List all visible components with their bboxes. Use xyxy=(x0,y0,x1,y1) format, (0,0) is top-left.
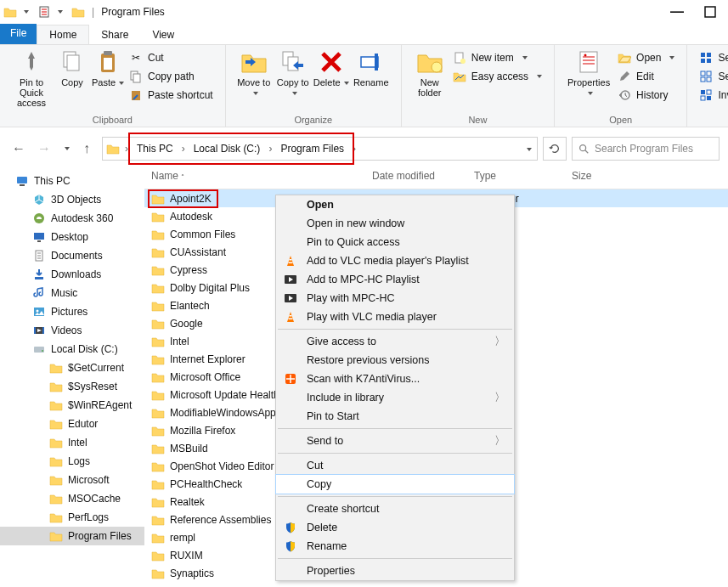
column-headers[interactable]: Name ˄ Date modified Type Size xyxy=(144,163,728,189)
properties-icon[interactable] xyxy=(37,5,51,19)
select-all-button[interactable]: Select all xyxy=(696,48,728,67)
menu-item[interactable]: Cut xyxy=(276,456,514,475)
recent-locations-button[interactable] xyxy=(59,138,71,159)
menu-item[interactable]: Play with VLC media player xyxy=(276,308,514,326)
nav-item[interactable]: $GetCurrent xyxy=(0,358,144,377)
menu-item[interactable]: Give access to〉 xyxy=(276,332,514,351)
menu-item[interactable]: Scan with K7AntiVirus... xyxy=(276,370,514,388)
nav-item[interactable]: Program Files xyxy=(0,527,144,545)
nav-item[interactable]: 3D Objects xyxy=(0,190,144,209)
menu-item[interactable]: Rename xyxy=(276,537,514,556)
paste-button[interactable]: Paste xyxy=(90,48,126,87)
nav-item[interactable]: PerfLogs xyxy=(0,508,144,527)
nav-item[interactable]: Desktop xyxy=(0,228,144,246)
nav-item[interactable]: Autodesk 360 xyxy=(0,209,144,228)
menu-item[interactable]: Include in library〉 xyxy=(276,388,514,407)
context-menu[interactable]: OpenOpen in new windowPin to Quick acces… xyxy=(275,195,515,581)
address-dropdown[interactable] xyxy=(523,143,533,155)
back-button[interactable]: ← xyxy=(8,138,29,159)
easy-access-button[interactable]: Easy access xyxy=(449,67,545,86)
menu-item-icon xyxy=(283,563,298,579)
cut-button[interactable]: ✂Cut xyxy=(126,48,217,67)
paste-shortcut-button[interactable]: Paste shortcut xyxy=(126,86,217,104)
new-folder-button[interactable]: New folder xyxy=(410,48,449,98)
file-name: Dolby Digital Plus xyxy=(170,282,250,294)
menu-item[interactable]: Add to MPC-HC Playlist xyxy=(276,270,514,289)
menu-item[interactable]: Properties xyxy=(276,562,514,580)
nav-item[interactable]: $SysReset xyxy=(0,377,144,396)
qat-dropdown[interactable] xyxy=(54,5,68,19)
menu-item[interactable]: Send to〉 xyxy=(276,432,514,450)
nav-item[interactable]: Videos xyxy=(0,321,144,340)
new-item-button[interactable]: New item xyxy=(449,48,545,67)
column-date[interactable]: Date modified xyxy=(365,170,467,182)
nav-item[interactable]: Downloads xyxy=(0,265,144,284)
chevron-right-icon: 〉 xyxy=(494,335,505,349)
nav-item[interactable]: Logs xyxy=(0,452,144,471)
move-to-button[interactable]: Move to xyxy=(234,48,274,98)
nav-item[interactable]: Intel xyxy=(0,433,144,452)
delete-button[interactable]: Delete xyxy=(313,48,350,87)
menu-separator xyxy=(278,558,512,559)
open-button[interactable]: Open xyxy=(614,48,678,67)
copy-path-button[interactable]: Copy path xyxy=(126,67,217,86)
svg-rect-41 xyxy=(34,233,44,240)
address-bar[interactable]: › This PC › Local Disk (C:) › Program Fi… xyxy=(102,137,538,161)
history-button[interactable]: History xyxy=(614,86,678,104)
file-name: Mozilla Firefox xyxy=(170,425,235,437)
nav-item[interactable]: This PC xyxy=(0,172,144,190)
pin-to-quick-access-button[interactable]: Pin to Quick access xyxy=(8,48,54,108)
nav-item[interactable]: Microsoft xyxy=(0,471,144,489)
menu-item[interactable]: Open xyxy=(276,195,514,214)
menu-item-icon xyxy=(283,216,298,231)
up-button[interactable]: ↑ xyxy=(76,138,97,159)
edit-icon xyxy=(618,70,631,83)
copy-button[interactable]: Copy xyxy=(54,48,90,87)
select-none-button[interactable]: Select none xyxy=(696,67,728,86)
nav-item[interactable]: Pictures xyxy=(0,302,144,321)
menu-item[interactable]: Open in new window xyxy=(276,214,514,233)
k7-icon xyxy=(283,371,298,387)
nav-item[interactable]: MSOCache xyxy=(0,489,144,508)
menu-item[interactable]: Restore previous versions xyxy=(276,351,514,370)
rename-button[interactable]: Rename xyxy=(350,48,392,87)
nav-tree[interactable]: This PC3D ObjectsAutodesk 360DesktopDocu… xyxy=(0,163,144,587)
tab-share[interactable]: Share xyxy=(89,25,140,44)
minimize-button[interactable]: — xyxy=(670,4,684,20)
docs-icon xyxy=(32,249,46,262)
tab-view[interactable]: View xyxy=(140,25,186,44)
column-type[interactable]: Type xyxy=(467,170,565,182)
edit-button[interactable]: Edit xyxy=(614,67,678,86)
copy-to-button[interactable]: Copy to xyxy=(274,48,313,98)
menu-item[interactable]: Copy xyxy=(276,475,514,494)
menu-item[interactable]: Create shortcut xyxy=(276,500,514,518)
svg-rect-39 xyxy=(20,184,25,186)
nav-item-label: $WinREAgent xyxy=(68,399,132,411)
menu-item[interactable]: Pin to Quick access xyxy=(276,233,514,251)
nav-item[interactable]: Edutor xyxy=(0,415,144,433)
nav-item[interactable]: Music xyxy=(0,284,144,302)
menu-item-label: Pin to Start xyxy=(307,410,505,422)
menu-item-icon xyxy=(283,390,298,405)
menu-item[interactable]: Add to VLC media player's Playlist xyxy=(276,251,514,270)
invert-selection-button[interactable]: Invert selection xyxy=(696,86,728,104)
nav-item[interactable]: Documents xyxy=(0,246,144,265)
search-input[interactable]: Search Program Files xyxy=(572,137,720,161)
menu-item-icon xyxy=(283,353,298,368)
search-placeholder: Search Program Files xyxy=(595,143,693,155)
menu-item[interactable]: Delete xyxy=(276,518,514,537)
folder-icon xyxy=(151,210,165,223)
nav-item[interactable]: $WinREAgent xyxy=(0,396,144,415)
menu-item[interactable]: Pin to Start xyxy=(276,407,514,426)
tab-file[interactable]: File xyxy=(0,24,37,44)
column-name[interactable]: Name ˄ xyxy=(144,170,365,182)
tab-home[interactable]: Home xyxy=(37,25,89,44)
nav-item[interactable]: Local Disk (C:) xyxy=(0,340,144,358)
forward-button[interactable]: → xyxy=(34,138,54,159)
maximize-button[interactable] xyxy=(704,6,716,18)
menu-item[interactable]: Play with MPC-HC xyxy=(276,289,514,308)
refresh-button[interactable] xyxy=(543,137,567,161)
column-size[interactable]: Size xyxy=(565,170,633,182)
qat-dropdown[interactable] xyxy=(20,5,34,19)
properties-button[interactable]: Properties xyxy=(563,48,614,98)
